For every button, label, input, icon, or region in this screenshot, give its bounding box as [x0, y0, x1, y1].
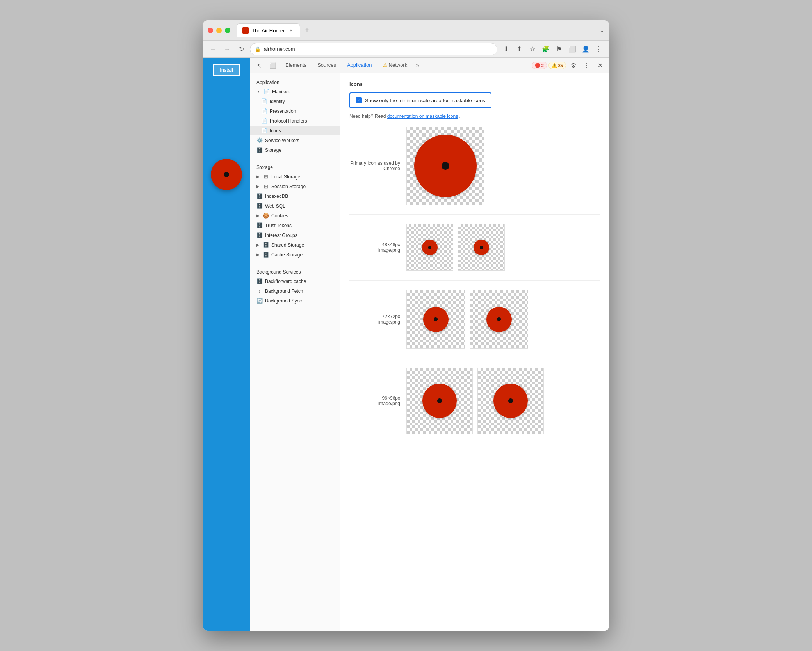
- sidebar-item-presentation[interactable]: 📄 Presentation: [250, 106, 340, 116]
- tab-chevron-icon[interactable]: ⌄: [600, 27, 604, 34]
- sidebar-item-indexeddb[interactable]: 🗄️ IndexedDB: [250, 191, 340, 201]
- sidebar-item-shared-storage[interactable]: ▶ 🗄️ Shared Storage: [250, 240, 340, 250]
- element-picker-icon[interactable]: ↖: [253, 60, 265, 71]
- devtools-settings-icon[interactable]: ⚙: [568, 60, 579, 71]
- sidebar-item-identity[interactable]: 📄 Identity: [250, 96, 340, 106]
- trust-tokens-label: Trust Tokens: [265, 223, 292, 228]
- trust-tokens-db-icon: 🗄️: [256, 222, 263, 228]
- tab-elements[interactable]: Elements: [280, 58, 312, 73]
- minimize-traffic-light[interactable]: [216, 28, 222, 33]
- background-sync-label: Background Sync: [265, 298, 302, 304]
- back-forward-cache-label: Back/forward cache: [265, 279, 306, 284]
- interest-groups-db-icon: 🗄️: [256, 232, 263, 238]
- share-icon[interactable]: ⬆: [514, 44, 525, 55]
- session-storage-grid-icon: ⊞: [263, 183, 269, 189]
- help-link[interactable]: documentation on maskable icons: [387, 114, 458, 119]
- icon-72-size-label: 72×72px: [349, 314, 400, 319]
- error-badge-container: 🔴 2 ⚠️ 85: [532, 62, 566, 69]
- cookies-label: Cookies: [271, 213, 288, 219]
- protocol-doc-icon: 📄: [261, 118, 267, 124]
- cookies-arrow-icon: ▶: [256, 213, 260, 218]
- more-tabs-button[interactable]: »: [413, 62, 422, 69]
- icon-48-row: 48×48px image/png: [349, 224, 600, 271]
- icon-48-size-label: 48×48px: [349, 242, 400, 247]
- download-icon[interactable]: ⬇: [500, 44, 511, 55]
- address-bar: ← → ↻ 🔒 airhorner.com ⬇ ⬆ ☆ 🧩 ⚑ ⬜ 👤 ⋮: [203, 41, 609, 58]
- local-storage-arrow-icon: ▶: [256, 174, 260, 179]
- sidebar-item-cache-storage[interactable]: ▶ 🗄️ Cache Storage: [250, 250, 340, 260]
- primary-icon-label: Primary icon as used by Chrome: [349, 160, 400, 171]
- new-tab-button[interactable]: +: [302, 25, 313, 36]
- tab-network[interactable]: ⚠ Network: [378, 58, 413, 73]
- sidebar-item-interest-groups[interactable]: 🗄️ Interest Groups: [250, 230, 340, 240]
- icon-48-format-label: image/png: [349, 247, 400, 253]
- shared-storage-label: Shared Storage: [271, 242, 304, 248]
- tabs-bar: The Air Horner ✕ + ⌄: [237, 23, 604, 37]
- sidebar-item-back-forward-cache[interactable]: 🗄️ Back/forward cache: [250, 276, 340, 286]
- icon-72-pair: [406, 290, 528, 349]
- profile-icon[interactable]: 👤: [580, 44, 591, 55]
- icon-48-preview-1: [406, 224, 453, 271]
- cache-storage-label: Cache Storage: [271, 252, 303, 258]
- sidebar-item-trust-tokens[interactable]: 🗄️ Trust Tokens: [250, 221, 340, 230]
- manifest-arrow-icon: ▼: [256, 89, 260, 94]
- sidebar-divider-1: [250, 158, 340, 158]
- browser-window: The Air Horner ✕ + ⌄ ← → ↻ 🔒 airhorner.c…: [203, 20, 609, 631]
- devtools-close-icon[interactable]: ✕: [594, 60, 606, 71]
- browser-tab[interactable]: The Air Horner ✕: [237, 23, 300, 37]
- devtools-tabs: Elements Sources Application ⚠ Network »: [280, 58, 527, 73]
- tab-close-button[interactable]: ✕: [288, 27, 294, 34]
- back-button[interactable]: ←: [208, 44, 219, 55]
- sidebar-item-session-storage[interactable]: ▶ ⊞ Session Storage: [250, 181, 340, 191]
- close-traffic-light[interactable]: [208, 28, 213, 33]
- split-view-icon[interactable]: ⬜: [567, 44, 578, 55]
- sidebar-item-manifest[interactable]: ▼ 📄 Manifest: [250, 87, 340, 96]
- maskable-checkbox-container[interactable]: ✓ Show only the minimum safe area for ma…: [349, 92, 491, 108]
- background-fetch-label: Background Fetch: [265, 288, 303, 294]
- browser-toolbar-icons: ⬇ ⬆ ☆ 🧩 ⚑ ⬜ 👤 ⋮: [500, 44, 604, 55]
- icon-72-image-2: [486, 307, 512, 332]
- sidebar-item-local-storage[interactable]: ▶ ⊞ Local Storage: [250, 172, 340, 181]
- sidebar-item-protocol-handlers[interactable]: 📄 Protocol Handlers: [250, 116, 340, 126]
- shared-storage-arrow-icon: ▶: [256, 243, 260, 247]
- tab-favicon: [242, 27, 249, 34]
- interest-groups-label: Interest Groups: [265, 233, 297, 238]
- sidebar-item-web-sql[interactable]: 🗄️ Web SQL: [250, 201, 340, 211]
- sidebar-item-service-workers[interactable]: ⚙️ Service Workers: [250, 135, 340, 145]
- background-fetch-icon: ↕️: [256, 288, 263, 294]
- session-storage-arrow-icon: ▶: [256, 184, 260, 189]
- sidebar-divider-2: [250, 263, 340, 263]
- maskable-checkbox-label: Show only the minimum safe area for mask…: [365, 98, 485, 103]
- url-bar[interactable]: 🔒 airhorner.com: [250, 43, 497, 55]
- warning-badge: ⚠️ 85: [548, 62, 566, 69]
- storage-section-title: Storage: [250, 162, 340, 172]
- background-sync-icon: 🔄: [256, 298, 263, 304]
- devtools-menu-icon[interactable]: ⋮: [581, 60, 593, 71]
- forward-button[interactable]: →: [222, 44, 233, 55]
- indexeddb-db-icon: 🗄️: [256, 193, 263, 199]
- icon-72-preview-2: [470, 290, 528, 349]
- sidebar-item-icons[interactable]: 📄 Icons: [250, 126, 340, 135]
- tab-sources[interactable]: Sources: [312, 58, 342, 73]
- session-storage-label: Session Storage: [271, 184, 306, 189]
- sidebar-item-cookies[interactable]: ▶ 🍪 Cookies: [250, 211, 340, 221]
- sidebar-item-storage-top[interactable]: 🗄️ Storage: [250, 145, 340, 155]
- icon-48-image-2: [474, 240, 489, 255]
- flag-icon[interactable]: ⚑: [554, 44, 564, 55]
- icon-96-format-label: image/png: [349, 401, 400, 406]
- cookies-icon: 🍪: [263, 213, 269, 219]
- tab-application[interactable]: Application: [342, 58, 378, 73]
- extension-icon[interactable]: 🧩: [540, 44, 551, 55]
- app-icon-dot: [224, 172, 229, 177]
- install-button[interactable]: Install: [213, 64, 240, 76]
- device-toolbar-icon[interactable]: ⬜: [267, 60, 278, 71]
- maskable-checkbox[interactable]: ✓: [356, 97, 362, 103]
- icon-48-image-1: [422, 240, 438, 255]
- sidebar-item-background-fetch[interactable]: ↕️ Background Fetch: [250, 286, 340, 296]
- browser-menu-icon[interactable]: ⋮: [593, 44, 604, 55]
- bookmark-icon[interactable]: ☆: [527, 44, 538, 55]
- sidebar-item-background-sync[interactable]: 🔄 Background Sync: [250, 296, 340, 306]
- icon-72-label: 72×72px image/png: [349, 314, 400, 325]
- maximize-traffic-light[interactable]: [225, 28, 230, 33]
- refresh-button[interactable]: ↻: [236, 44, 247, 55]
